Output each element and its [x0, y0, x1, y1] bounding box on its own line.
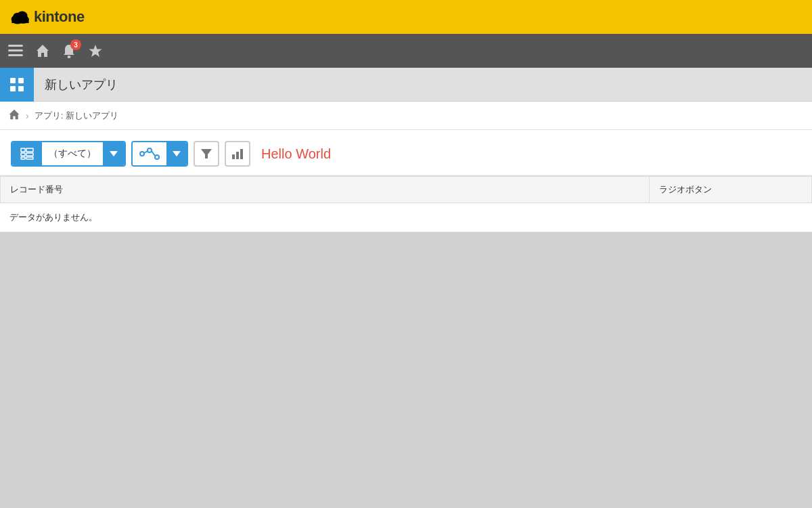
svg-rect-11: [10, 78, 16, 83]
notification-icon[interactable]: 3: [62, 43, 76, 58]
svg-rect-30: [232, 154, 235, 159]
data-table: レコード番号 ラジオボタン: [0, 176, 812, 203]
breadcrumb-text: アプリ: 新しいアプリ: [35, 110, 118, 122]
app-header-icon: [0, 68, 34, 102]
view-grid-icon[interactable]: [12, 142, 42, 165]
app-header: 新しいアプリ: [0, 68, 812, 102]
chart-button[interactable]: [225, 141, 250, 167]
svg-rect-13: [10, 86, 16, 91]
view-name: （すべて）: [42, 142, 103, 165]
svg-rect-20: [21, 157, 25, 159]
menu-icon[interactable]: [8, 45, 23, 57]
col-radio-button: ラジオボタン: [650, 177, 812, 203]
svg-rect-5: [8, 45, 23, 47]
svg-marker-15: [9, 109, 20, 119]
svg-rect-17: [26, 148, 33, 152]
logo-text: kintone: [34, 8, 85, 26]
svg-line-27: [152, 151, 155, 156]
svg-rect-18: [21, 153, 25, 156]
svg-rect-19: [26, 153, 33, 156]
svg-rect-6: [8, 49, 23, 51]
toolbar: （すべて）: [0, 130, 812, 175]
table-container: レコード番号 ラジオボタン データがありません。: [0, 175, 812, 232]
nav-bar: 3: [0, 34, 812, 68]
logo-area: kintone: [11, 8, 85, 26]
svg-line-26: [144, 151, 148, 153]
svg-marker-22: [110, 151, 118, 156]
home-nav-icon[interactable]: [35, 43, 50, 58]
hello-world-label: Hello World: [261, 146, 331, 162]
svg-rect-7: [8, 54, 23, 56]
top-bar: kintone: [0, 0, 812, 34]
app-title: 新しいアプリ: [34, 77, 118, 93]
graph-button[interactable]: [131, 141, 188, 167]
svg-rect-21: [26, 157, 33, 159]
view-selector[interactable]: （すべて）: [11, 141, 126, 167]
favorites-icon[interactable]: [88, 43, 103, 58]
breadcrumb-home-icon[interactable]: [8, 108, 20, 123]
graph-dropdown-icon[interactable]: [166, 142, 187, 165]
breadcrumb-separator: ›: [26, 110, 29, 121]
svg-rect-12: [18, 78, 24, 83]
svg-rect-14: [18, 86, 24, 91]
view-dropdown-icon[interactable]: [103, 142, 125, 165]
svg-rect-31: [236, 152, 239, 159]
svg-rect-16: [21, 148, 25, 152]
graph-flow-icon: [133, 142, 166, 165]
svg-point-23: [140, 152, 144, 156]
breadcrumb: › アプリ: 新しいアプリ: [0, 102, 812, 130]
col-record-number: レコード番号: [1, 177, 650, 203]
bottom-area: [0, 232, 812, 436]
svg-rect-4: [12, 18, 28, 23]
svg-marker-28: [173, 151, 181, 156]
svg-marker-10: [89, 45, 102, 57]
logo-cloud-icon: [11, 9, 30, 24]
svg-point-24: [148, 148, 152, 152]
notification-badge: 3: [70, 39, 81, 50]
no-data-message: データがありません。: [0, 203, 812, 232]
svg-point-9: [68, 56, 71, 58]
svg-marker-8: [37, 45, 49, 57]
svg-rect-32: [240, 149, 243, 159]
filter-button[interactable]: [194, 141, 219, 167]
svg-point-25: [155, 155, 159, 159]
svg-marker-29: [201, 149, 212, 158]
